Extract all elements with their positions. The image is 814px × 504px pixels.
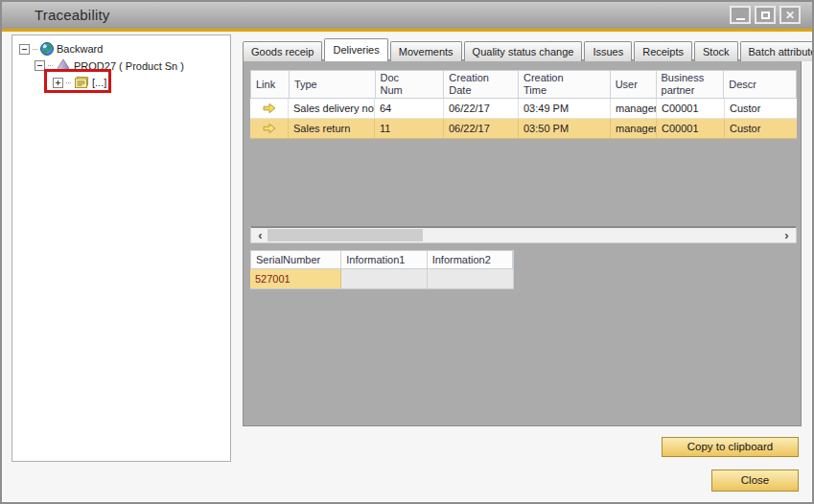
- link-arrow-icon: [263, 123, 276, 134]
- collapse-toggle-icon[interactable]: [19, 44, 30, 55]
- accent-bar: [2, 29, 812, 32]
- tree-node-prod27[interactable]: PROD27 ( Product Sn ): [35, 58, 184, 73]
- serials-grid-header: SerialNumber Information1 Information2: [250, 250, 514, 269]
- column-header-serial-number[interactable]: SerialNumber: [251, 251, 341, 268]
- globe-icon: [40, 42, 54, 56]
- tab-stock[interactable]: Stock: [694, 41, 738, 61]
- business-partner-cell[interactable]: C00001: [657, 99, 725, 118]
- deliveries-tab-panel: Link Type Doc Num Creation Date Creation…: [243, 59, 802, 426]
- creation-time-cell[interactable]: 03:49 PM: [519, 99, 611, 118]
- window-controls: ✕: [730, 6, 801, 24]
- product-icon: [56, 58, 71, 73]
- scroll-right-icon[interactable]: ›: [779, 228, 794, 242]
- column-header-creation-time[interactable]: Creation Time: [519, 71, 611, 98]
- column-header-description[interactable]: Descr: [724, 71, 796, 98]
- column-header-information1[interactable]: Information1: [341, 251, 427, 268]
- tree-node-label: Backward: [57, 43, 103, 55]
- batch-notes-icon: [74, 76, 89, 89]
- description-cell[interactable]: Custor: [725, 99, 797, 118]
- window-title: Traceability: [35, 2, 110, 29]
- column-header-doc-num[interactable]: Doc Num: [376, 71, 445, 98]
- column-header-information2[interactable]: Information2: [428, 251, 513, 268]
- expand-toggle-icon[interactable]: [53, 78, 63, 88]
- type-cell[interactable]: Sales return: [289, 119, 375, 138]
- document-row-sales-return[interactable]: Sales return 11 06/22/17 03:50 PM manage…: [250, 119, 797, 139]
- user-cell[interactable]: manager: [611, 119, 657, 138]
- information2-cell[interactable]: [428, 269, 514, 288]
- serial-number-cell[interactable]: 527001: [250, 269, 341, 288]
- creation-date-cell[interactable]: 06/22/17: [444, 99, 519, 118]
- serials-grid: SerialNumber Information1 Information2 5…: [250, 250, 514, 289]
- description-cell[interactable]: Custor: [725, 119, 797, 138]
- collapse-toggle-icon[interactable]: [35, 60, 45, 71]
- doc-num-cell[interactable]: 64: [375, 99, 444, 118]
- tab-goods-receipt[interactable]: Goods receip: [243, 41, 322, 61]
- tree-node-label: [...]: [92, 77, 106, 88]
- close-dialog-button[interactable]: Close: [711, 470, 799, 492]
- documents-grid-header: Link Type Doc Num Creation Date Creation…: [250, 70, 797, 99]
- scroll-left-icon[interactable]: ‹: [253, 228, 267, 242]
- maximize-button[interactable]: [755, 6, 776, 24]
- tab-batch-attribute[interactable]: Batch attribute: [740, 41, 814, 61]
- serial-row[interactable]: 527001: [250, 269, 514, 289]
- close-icon: ✕: [785, 10, 795, 21]
- doc-num-cell[interactable]: 11: [375, 119, 444, 138]
- link-arrow-cell[interactable]: [250, 119, 289, 138]
- tree-connector: [66, 82, 71, 83]
- link-arrow-cell[interactable]: [250, 99, 289, 118]
- tab-strip: Goods receip Deliveries Movements Qualit…: [243, 38, 814, 61]
- tab-issues[interactable]: Issues: [584, 41, 632, 61]
- copy-to-clipboard-button[interactable]: Copy to clipboard: [662, 437, 799, 457]
- business-partner-cell[interactable]: C00001: [657, 119, 725, 138]
- close-button[interactable]: ✕: [779, 6, 801, 24]
- minimize-icon: [736, 18, 745, 20]
- column-header-user[interactable]: User: [611, 71, 657, 98]
- column-header-creation-date[interactable]: Creation Date: [444, 71, 519, 98]
- tab-quality-status-change[interactable]: Quality status change: [464, 41, 583, 61]
- information1-cell[interactable]: [341, 269, 428, 288]
- tree-node-batch[interactable]: [...]: [53, 76, 106, 89]
- column-header-link[interactable]: Link: [251, 71, 290, 98]
- horizontal-scrollbar[interactable]: ‹ ›: [250, 226, 797, 243]
- creation-date-cell[interactable]: 06/22/17: [444, 119, 519, 138]
- trace-tree-panel: Backward PROD27 ( Product Sn ): [12, 34, 231, 462]
- type-cell[interactable]: Sales delivery note: [289, 99, 375, 118]
- scrollbar-thumb[interactable]: [267, 229, 423, 241]
- tab-deliveries[interactable]: Deliveries: [324, 38, 387, 61]
- tree-connector: [33, 49, 37, 50]
- tree-node-label: PROD27 ( Product Sn ): [74, 60, 184, 72]
- tree-node-backward[interactable]: Backward: [19, 42, 103, 56]
- creation-time-cell[interactable]: 03:50 PM: [519, 119, 611, 138]
- tab-movements[interactable]: Movements: [390, 41, 462, 61]
- title-bar: Traceability ✕: [2, 2, 812, 29]
- maximize-icon: [761, 11, 770, 19]
- traceability-window: Traceability ✕ Backward: [0, 0, 814, 504]
- tab-receipts[interactable]: Receipts: [634, 41, 692, 61]
- user-cell[interactable]: manager: [611, 99, 657, 118]
- document-row-sales-delivery-note[interactable]: Sales delivery note 64 06/22/17 03:49 PM…: [250, 99, 797, 119]
- link-arrow-icon: [263, 103, 276, 114]
- documents-grid: Link Type Doc Num Creation Date Creation…: [250, 70, 797, 139]
- column-header-business-partner[interactable]: Business partner: [657, 71, 725, 98]
- tree-connector: [48, 65, 53, 66]
- column-header-type[interactable]: Type: [290, 71, 376, 98]
- minimize-button[interactable]: [730, 6, 751, 24]
